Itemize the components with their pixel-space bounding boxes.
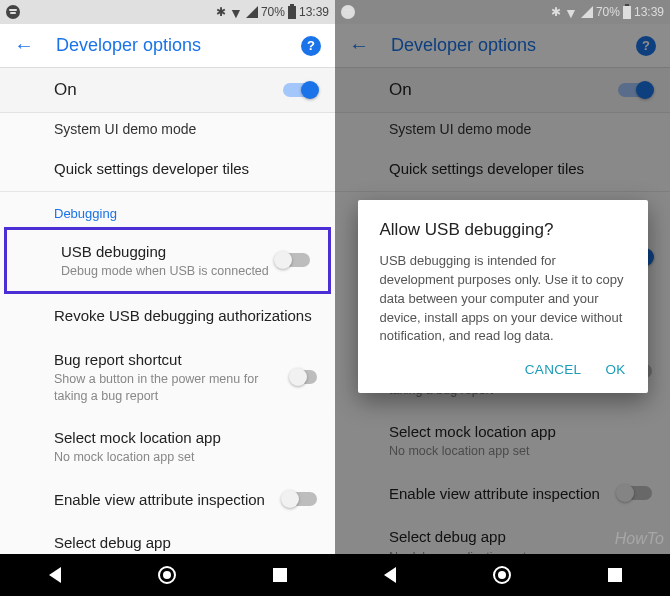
- cancel-button[interactable]: CANCEL: [525, 362, 582, 377]
- battery-icon: [623, 6, 631, 19]
- bug-report-switch[interactable]: [291, 370, 317, 384]
- app-bar: ← Developer options ?: [0, 24, 335, 68]
- status-bar: ✱ ▼ 70% 13:39: [0, 0, 335, 24]
- nav-back-icon[interactable]: [384, 567, 396, 583]
- bluetooth-icon: ✱: [551, 5, 561, 19]
- clock: 13:39: [299, 5, 329, 19]
- nav-recent-icon[interactable]: [608, 568, 622, 582]
- select-debug-row[interactable]: Select debug app No debug application se…: [0, 521, 335, 554]
- battery-icon: [288, 6, 296, 19]
- spotify-icon: [6, 5, 20, 19]
- nav-home-icon[interactable]: [493, 566, 511, 584]
- signal-icon: [581, 6, 593, 18]
- bluetooth-icon: ✱: [216, 5, 226, 19]
- usb-debugging-sub: Debug mode when USB is connected: [61, 263, 269, 279]
- usb-debugging-dialog: Allow USB debugging? USB debugging is in…: [358, 200, 648, 393]
- mock-location-row[interactable]: Select mock location app No mock locatio…: [0, 416, 335, 478]
- nav-bar: [335, 554, 670, 596]
- battery-pct: 70%: [596, 5, 620, 19]
- view-attr-switch[interactable]: [283, 492, 317, 506]
- usb-debugging-highlight: USB debugging Debug mode when USB is con…: [4, 227, 331, 295]
- help-icon[interactable]: ?: [301, 36, 321, 56]
- mock-location-sub: No mock location app set: [54, 449, 319, 465]
- section-debugging: Debugging: [0, 192, 335, 227]
- phone-right: ✱ ▼ 70% 13:39 ← Developer options ? On S…: [335, 0, 670, 596]
- wifi-icon: ▼: [229, 5, 243, 21]
- usb-debugging-title: USB debugging: [61, 242, 269, 262]
- nav-back-icon[interactable]: [49, 567, 61, 583]
- battery-pct: 70%: [261, 5, 285, 19]
- back-arrow-icon[interactable]: ←: [14, 34, 34, 57]
- nav-bar: [0, 554, 335, 596]
- wifi-icon: ▼: [564, 5, 578, 21]
- usb-debugging-row[interactable]: USB debugging Debug mode when USB is con…: [7, 230, 328, 292]
- status-bar: ✱ ▼ 70% 13:39: [335, 0, 670, 24]
- clock: 13:39: [634, 5, 664, 19]
- dialog-title: Allow USB debugging?: [380, 220, 626, 240]
- dialog-actions: CANCEL OK: [380, 362, 626, 385]
- master-toggle-switch[interactable]: [283, 83, 317, 97]
- spotify-icon: [341, 5, 355, 19]
- page-title: Developer options: [56, 35, 279, 56]
- truncated-row: System UI demo mode: [0, 113, 335, 147]
- bug-report-sub: Show a button in the power menu for taki…: [54, 371, 291, 404]
- signal-icon: [246, 6, 258, 18]
- nav-home-icon[interactable]: [158, 566, 176, 584]
- select-debug-title: Select debug app: [54, 533, 319, 553]
- view-attr-row[interactable]: Enable view attribute inspection: [0, 478, 335, 522]
- mock-location-title: Select mock location app: [54, 428, 319, 448]
- revoke-label: Revoke USB debugging authorizations: [54, 306, 319, 326]
- ok-button[interactable]: OK: [605, 362, 625, 377]
- bug-report-row[interactable]: Bug report shortcut Show a button in the…: [0, 338, 335, 416]
- quick-tiles-label: Quick settings developer tiles: [54, 159, 319, 179]
- dialog-body: USB debugging is intended for developmen…: [380, 252, 626, 346]
- settings-list[interactable]: On System UI demo mode Quick settings de…: [0, 68, 335, 554]
- usb-debugging-switch[interactable]: [276, 253, 310, 267]
- phone-left: ✱ ▼ 70% 13:39 ← Developer options ? On S…: [0, 0, 335, 596]
- view-attr-label: Enable view attribute inspection: [54, 490, 265, 510]
- nav-recent-icon[interactable]: [273, 568, 287, 582]
- quick-tiles-row[interactable]: Quick settings developer tiles: [0, 147, 335, 191]
- master-toggle-row[interactable]: On: [0, 68, 335, 113]
- master-toggle-label: On: [54, 80, 77, 100]
- bug-report-title: Bug report shortcut: [54, 350, 291, 370]
- revoke-row[interactable]: Revoke USB debugging authorizations: [0, 294, 335, 338]
